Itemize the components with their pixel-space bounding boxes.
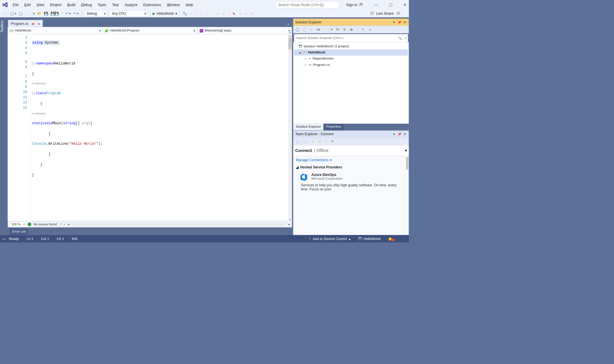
tree-project-node[interactable]: ◢ C# HelloWorld bbox=[294, 49, 408, 55]
close-icon[interactable]: ✕ bbox=[403, 132, 407, 136]
document-tab-program-cs[interactable]: Program.cs 📌 ✕ bbox=[8, 20, 43, 27]
scroll-up-icon[interactable]: ▴ bbox=[288, 34, 292, 38]
menu-test[interactable]: Test bbox=[111, 2, 120, 8]
refresh-icon[interactable]: ⟳ bbox=[330, 139, 335, 144]
nav-forward-button[interactable]: ◯ bbox=[18, 11, 24, 16]
panel-menu-chevron-icon[interactable]: ▾ bbox=[392, 132, 396, 136]
scrollbar-thumb[interactable] bbox=[406, 157, 408, 170]
menu-view[interactable]: View bbox=[35, 2, 45, 8]
pin-icon[interactable]: 📌 bbox=[398, 20, 401, 24]
menu-help[interactable]: Help bbox=[185, 2, 194, 8]
config-dropdown[interactable]: Debug bbox=[84, 10, 107, 17]
bookmark-button[interactable]: 🔖 bbox=[231, 11, 237, 16]
fold-icon[interactable]: − bbox=[32, 62, 35, 65]
close-icon[interactable]: ✕ bbox=[37, 22, 40, 26]
pin-icon[interactable]: 📌 bbox=[398, 132, 401, 136]
tab-error-list[interactable]: Error List bbox=[10, 229, 28, 235]
manage-connections-link[interactable]: Manage Connections ▾ bbox=[293, 156, 409, 164]
fold-icon[interactable]: − bbox=[32, 92, 35, 95]
tab-solution-explorer[interactable]: Solution Explorer bbox=[293, 124, 324, 130]
editor-vertical-scrollbar[interactable]: ▴ ▾ bbox=[288, 34, 292, 221]
hscroll-left-icon[interactable]: ◂ bbox=[68, 222, 69, 226]
tree-program-cs-node[interactable]: ▷ C# Program.cs bbox=[294, 62, 408, 68]
status-column[interactable]: Col 1 bbox=[41, 237, 49, 241]
menu-project[interactable]: Project bbox=[49, 2, 62, 8]
codelens-references[interactable]: 0 references bbox=[32, 82, 292, 86]
split-grip-icon[interactable]: ≡ bbox=[288, 31, 292, 34]
se-back-button[interactable]: ◯ bbox=[295, 27, 300, 32]
status-ins[interactable]: INS bbox=[72, 237, 78, 241]
menu-debug[interactable]: Debug bbox=[80, 2, 93, 8]
se-collapse-button[interactable]: ⧉ bbox=[342, 27, 347, 32]
menu-edit[interactable]: Edit bbox=[23, 2, 32, 8]
scrollbar-thumb[interactable] bbox=[288, 38, 292, 49]
menu-tools[interactable]: Tools bbox=[97, 2, 107, 8]
solution-tree[interactable]: 🗔 Solution 'HelloWorld' (1 project) ◢ C#… bbox=[293, 42, 409, 124]
find-button[interactable]: 🔍 bbox=[182, 11, 188, 16]
se-refresh-button[interactable]: 🗘 bbox=[335, 27, 340, 32]
hscroll-right-icon[interactable]: ▸ bbox=[288, 222, 290, 226]
notifications-button[interactable]: 🔔 1 bbox=[388, 236, 395, 242]
status-char[interactable]: Ch 1 bbox=[57, 237, 64, 241]
new-item-button[interactable]: 📄▾ bbox=[28, 11, 36, 16]
code-editor[interactable]: 1 2 3 4 5 6 7 8 9 10 11 12 13 using Syst bbox=[8, 34, 292, 221]
plug-icon[interactable]: ⚡ bbox=[317, 139, 323, 144]
codelens-references[interactable]: 0 references bbox=[32, 112, 292, 115]
nav-project-dropdown[interactable]: C# HelloWorld bbox=[8, 27, 103, 34]
menu-file[interactable]: File bbox=[12, 2, 20, 8]
signin-link[interactable]: Sign in bbox=[346, 2, 363, 8]
window-close-icon[interactable]: ✕ bbox=[403, 3, 407, 7]
pin-icon[interactable]: 📌 bbox=[31, 21, 35, 26]
start-debug-button[interactable]: ▶ HelloWorld ▾ bbox=[153, 11, 177, 16]
status-project[interactable]: 🗔 HelloWorld bbox=[358, 237, 381, 241]
nav-member-dropdown[interactable]: 🟪 Main(string[] args) bbox=[197, 27, 292, 34]
panel-menu-chevron-icon[interactable]: ▾ bbox=[392, 20, 396, 24]
add-to-source-control[interactable]: ↑ Add to Source Control ▴ bbox=[309, 237, 350, 241]
liveshare-label[interactable]: Live Share bbox=[376, 11, 394, 16]
nav-back-button[interactable]: ◯ ▾ bbox=[9, 11, 17, 16]
menu-window[interactable]: Window bbox=[166, 2, 181, 8]
se-preview-button[interactable]: ▭ bbox=[367, 27, 373, 32]
tab-properties[interactable]: Properties bbox=[324, 124, 344, 130]
code-content[interactable]: using System; −namespace HelloWorld { 0 … bbox=[31, 34, 292, 221]
window-minimize-icon[interactable]: — bbox=[374, 3, 378, 7]
tree-solution-node[interactable]: 🗔 Solution 'HelloWorld' (1 project) bbox=[294, 43, 408, 49]
se-history-button[interactable]: 🕘▾ bbox=[327, 27, 333, 32]
se-properties-button[interactable]: 🔧 bbox=[360, 27, 366, 32]
feedback-icon[interactable] bbox=[396, 11, 401, 16]
editor-horizontal-scrollbar[interactable] bbox=[72, 223, 286, 226]
zoom-dropdown[interactable]: 100 % bbox=[10, 222, 25, 227]
hosted-providers-header[interactable]: ◢ Hosted Service Providers bbox=[293, 164, 409, 171]
home-icon[interactable]: ⌂ bbox=[310, 139, 315, 144]
issues-label[interactable]: No issues found bbox=[34, 222, 57, 226]
save-button[interactable]: 💾 bbox=[43, 11, 49, 16]
se-showall-button[interactable]: ▤ bbox=[349, 27, 354, 32]
redo-button[interactable]: ↷ ▾ bbox=[72, 11, 79, 16]
azure-devops-card[interactable]: Azure DevOps Microsoft Corporation bbox=[293, 171, 409, 182]
expander-open-icon[interactable]: ◢ bbox=[299, 51, 301, 54]
toolbox-tab[interactable]: Toolbox bbox=[0, 18, 7, 235]
scroll-down-icon[interactable]: ▾ bbox=[288, 218, 292, 221]
open-file-button[interactable]: 📂 bbox=[37, 11, 42, 16]
menu-build[interactable]: Build bbox=[66, 2, 77, 8]
close-icon[interactable]: ✕ bbox=[403, 20, 407, 24]
quicklaunch-search[interactable]: Search Visual Studio (Ctrl+Q) bbox=[276, 1, 339, 8]
save-all-button[interactable]: 💾💾 bbox=[50, 11, 60, 16]
expander-closed-icon[interactable]: ▷ bbox=[305, 57, 307, 60]
menu-extensions[interactable]: Extensions bbox=[142, 2, 162, 8]
chevron-down-icon[interactable]: ▾ bbox=[405, 148, 407, 153]
te-section-header[interactable]: Connect | Offline ▾ bbox=[293, 145, 409, 156]
expander-closed-icon[interactable]: ▷ bbox=[305, 64, 307, 66]
nav-class-dropdown[interactable]: 🧩 HelloWorld.Program bbox=[103, 27, 197, 34]
undo-button[interactable]: ↶ ▾ bbox=[64, 11, 72, 16]
platform-dropdown[interactable]: Any CPU bbox=[109, 10, 148, 17]
resize-grip-icon[interactable]: ⋰ bbox=[403, 237, 406, 241]
se-sync-button[interactable]: 🗂▾ bbox=[316, 27, 321, 32]
solution-explorer-search[interactable]: Search Solution Explorer (Ctrl+;) 🔍 bbox=[294, 34, 408, 42]
tree-dependencies-node[interactable]: ▷ ▫▫ Dependencies bbox=[294, 55, 408, 62]
health-indicator-icon[interactable]: 〰 ▾ bbox=[59, 222, 65, 226]
home-icon[interactable]: ⌂ bbox=[309, 27, 314, 32]
menu-analyze[interactable]: Analyze bbox=[123, 2, 139, 8]
status-line[interactable]: Ln 1 bbox=[27, 237, 33, 241]
tab-overflow-chevron-icon[interactable]: ▾ bbox=[285, 22, 291, 27]
